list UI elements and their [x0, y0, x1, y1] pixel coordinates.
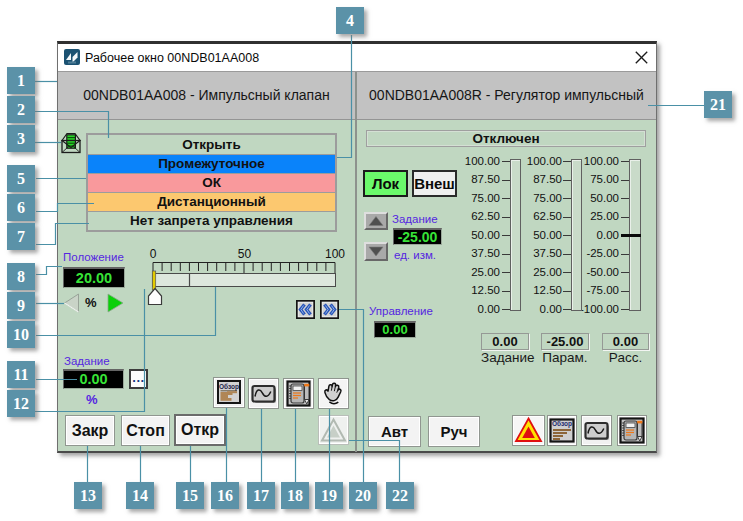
svg-text:Обзор: Обзор: [552, 420, 572, 428]
svg-text:Обзор: Обзор: [219, 383, 239, 391]
